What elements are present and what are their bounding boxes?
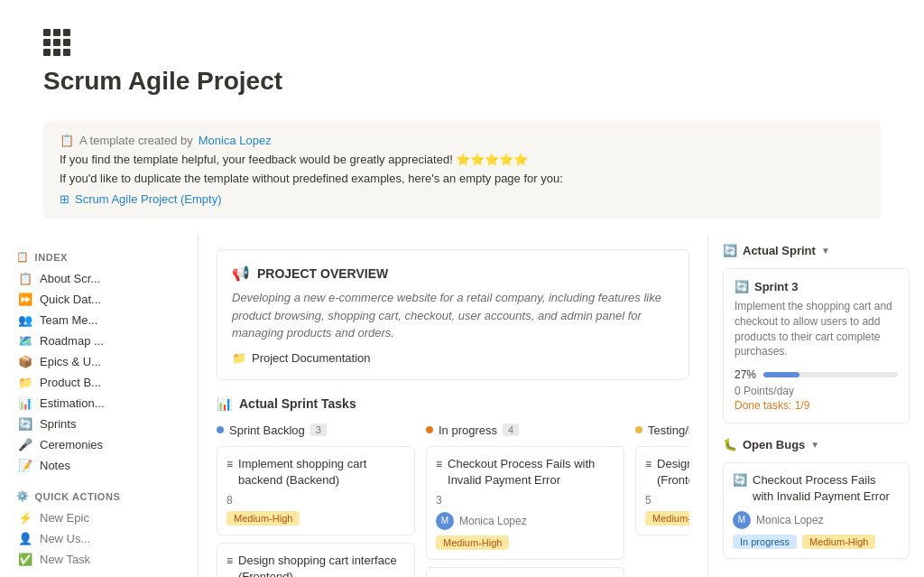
roadmap-icon: 🗺️ (18, 334, 32, 348)
sidebar-item-epics[interactable]: 📦 Epics & U... (11, 351, 187, 372)
project-overview-card: 📢 PROJECT OVERVIEW Developing a new e-co… (217, 249, 689, 380)
sidebar-item-label: Roadmap ... (40, 334, 104, 348)
sidebar-item-label: Estimation... (40, 396, 105, 410)
priority-badge: Medium-High (436, 535, 509, 550)
task-icon: ≡ (645, 457, 651, 472)
doc-icon: 📁 (232, 351, 246, 365)
project-overview-header: 📢 PROJECT OVERVIEW (232, 265, 674, 282)
sidebar-item-team[interactable]: 👥 Team Me... (11, 310, 187, 330)
new-user-action[interactable]: 👤 New Us... (11, 528, 187, 549)
card-title: ≡ Design checkout process (Frontend) (645, 456, 689, 489)
kanban-card[interactable]: ≡ Design checkout process (Frontend) 5 M… (635, 446, 689, 535)
banner-author-link[interactable]: Monica Lopez (199, 134, 272, 147)
banner-author-line: 📋 A template created by Monica Lopez (60, 134, 864, 147)
bug-icon: 🐛 (723, 438, 737, 451)
banner-empty-text: If you'd like to duplicate the template … (60, 172, 864, 185)
sidebar-item-about[interactable]: 📋 About Scr... (11, 268, 187, 289)
kanban-card[interactable]: ≡ Implement payment gateway integration … (426, 567, 624, 577)
priority-badge: Medium-High (802, 535, 875, 549)
main-content: 📋 INDEX 📋 About Scr... ⏩ Quick Dat... 👥 … (0, 235, 924, 577)
sidebar-item-roadmap[interactable]: 🗺️ Roadmap ... (11, 330, 187, 351)
sidebar-item-notes[interactable]: 📝 Notes (11, 455, 187, 476)
index-section-title: 📋 INDEX (16, 251, 187, 263)
task-icon: ≡ (436, 457, 442, 472)
user-icon: 👤 (18, 532, 32, 545)
sprint-percent: 27% (735, 368, 756, 381)
epics-icon: 📦 (18, 355, 32, 368)
megaphone-icon: 📢 (232, 265, 250, 282)
task-icon: ✅ (18, 553, 32, 566)
bug-card[interactable]: 🔄 Checkout Process Fails with Invalid Pa… (723, 462, 910, 558)
sidebar-item-label: Team Me... (40, 313, 97, 327)
sidebar-item-label: Notes (40, 459, 70, 472)
sprints-icon: 🔄 (18, 417, 32, 431)
col-count-inprogress: 4 (503, 423, 519, 436)
bug-task-icon: 🔄 (733, 472, 747, 489)
kanban-col-inprogress: In progress 4 ≡ Checkout Process Fails w… (426, 423, 624, 578)
epic-icon: ⚡ (18, 511, 32, 525)
kanban-col-testing: Testing/Review 1 ≡ Design checkout proce… (635, 423, 689, 578)
kanban-card[interactable]: ≡ Design shopping cart interface (Fronte… (217, 543, 415, 577)
banner-feedback: If you find the template helpful, your f… (60, 153, 864, 166)
col-name-backlog: Sprint Backlog (229, 423, 305, 437)
avatar: M (436, 512, 454, 530)
team-icon: 👥 (18, 313, 32, 327)
sidebar-item-product[interactable]: 📁 Product B... (11, 372, 187, 393)
sidebar-item-estimation[interactable]: 📊 Estimation... (11, 393, 187, 414)
new-epic-action[interactable]: ⚡ New Epic (11, 507, 187, 528)
about-icon: 📋 (18, 272, 32, 285)
ceremonies-icon: 🎤 (18, 438, 32, 451)
sidebar-item-label: About Scr... (40, 272, 100, 285)
grid-small-icon: ⊞ (60, 192, 69, 206)
index-icon: 📋 (16, 251, 30, 263)
sidebar-item-ceremonies[interactable]: 🎤 Ceremonies (11, 434, 187, 455)
status-badge: In progress (733, 535, 797, 549)
col-dot-testing (635, 426, 642, 433)
avatar-name: Monica Lopez (459, 515, 527, 527)
doc-link-label: Project Documentation (252, 351, 371, 365)
kanban-board: Sprint Backlog 3 ≡ Implement shopping ca… (217, 423, 689, 578)
actual-sprint-section-title[interactable]: 🔄 Actual Sprint ▼ (723, 244, 910, 257)
col-header-testing: Testing/Review 1 (635, 423, 689, 437)
estimation-icon: 📊 (18, 396, 32, 410)
sprint-tasks-header: 📊 Actual Sprint Tasks (217, 396, 689, 411)
col-header-backlog: Sprint Backlog 3 (217, 423, 415, 437)
kanban-card[interactable]: ≡ Checkout Process Fails with Invalid Pa… (426, 446, 624, 560)
sprint-points: 0 Points/day (735, 385, 898, 397)
empty-project-label: Scrum Agile Project (Empty) (75, 192, 222, 206)
grid-icon (43, 29, 69, 56)
card-title: ≡ Implement shopping cart backend (Backe… (226, 456, 405, 489)
quick-actions-section: ⚙️ QUICK ACTIONS ⚡ New Epic 👤 New Us... … (11, 490, 187, 570)
col-count-backlog: 3 (310, 423, 327, 436)
project-doc-link[interactable]: 📁 Project Documentation (232, 351, 674, 365)
page-title: Scrum Agile Project (43, 67, 881, 96)
sprint-name: 🔄 Sprint 3 (735, 280, 898, 293)
sprint-icon: 🔄 (735, 280, 749, 293)
open-bugs-section-title[interactable]: 🐛 Open Bugs ▼ (723, 438, 910, 451)
progress-bar-fill (763, 372, 799, 377)
card-title: ≡ Checkout Process Fails with Invalid Pa… (436, 456, 614, 489)
sprint-tasks-label: Actual Sprint Tasks (239, 396, 356, 411)
priority-badge: Medium-High (645, 511, 689, 526)
kanban-col-backlog: Sprint Backlog 3 ≡ Implement shopping ca… (217, 423, 415, 578)
notes-icon: 📝 (18, 459, 32, 472)
bug-author: M Monica Lopez (733, 511, 900, 529)
col-name-inprogress: In progress (439, 423, 497, 437)
task-icon: ≡ (226, 457, 233, 472)
card-num: 5 (645, 494, 689, 507)
app-logo (43, 29, 881, 56)
sidebar: 📋 INDEX 📋 About Scr... ⏩ Quick Dat... 👥 … (0, 235, 199, 577)
empty-project-link[interactable]: ⊞ Scrum Agile Project (Empty) (60, 192, 864, 206)
card-title: ≡ Design shopping cart interface (Fronte… (226, 553, 405, 577)
sprint-description: Implement the shopping cart and checkout… (735, 299, 898, 359)
banner-prefix: A template created by (79, 134, 193, 147)
col-header-inprogress: In progress 4 (426, 423, 624, 437)
kanban-card[interactable]: ≡ Implement shopping cart backend (Backe… (217, 446, 415, 535)
col-name-testing: Testing/Review (648, 423, 689, 437)
sidebar-item-sprints[interactable]: 🔄 Sprints (11, 414, 187, 434)
sidebar-item-quick-dat[interactable]: ⏩ Quick Dat... (11, 289, 187, 310)
actions-icon: ⚙️ (16, 490, 30, 502)
sprint-tasks-done: Done tasks: 1/9 (735, 399, 898, 412)
header: Scrum Agile Project (0, 0, 924, 121)
new-task-action[interactable]: ✅ New Task (11, 549, 187, 570)
